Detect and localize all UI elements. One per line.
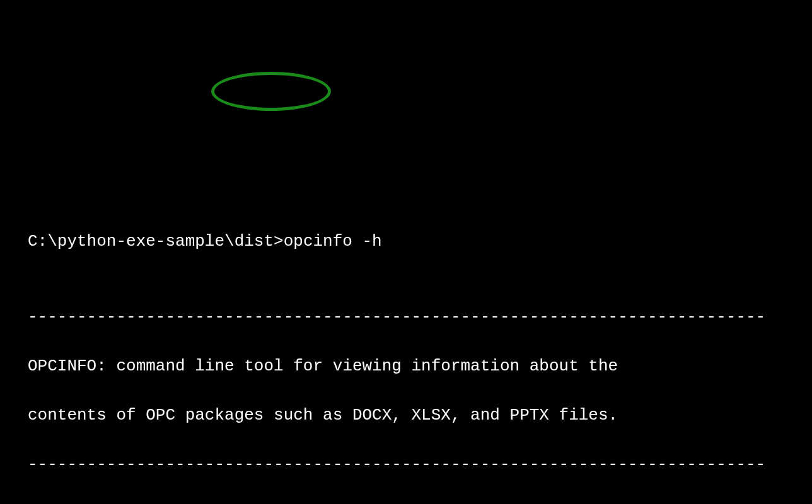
entered-command: opcinfo -h bbox=[284, 232, 382, 251]
prompt-cwd: C:\python-exe-sample\dist> bbox=[28, 232, 284, 251]
command-prompt-line[interactable]: C:\python-exe-sample\dist>opcinfo -h bbox=[28, 229, 784, 254]
output-description-2: contents of OPC packages such as DOCX, X… bbox=[28, 403, 784, 428]
output-divider-bottom: ----------------------------------------… bbox=[28, 452, 784, 477]
blank-line bbox=[28, 501, 784, 504]
output-description-1: OPCINFO: command line tool for viewing i… bbox=[28, 354, 784, 379]
highlight-annotation bbox=[211, 72, 331, 111]
output-divider-top: ----------------------------------------… bbox=[28, 305, 784, 329]
